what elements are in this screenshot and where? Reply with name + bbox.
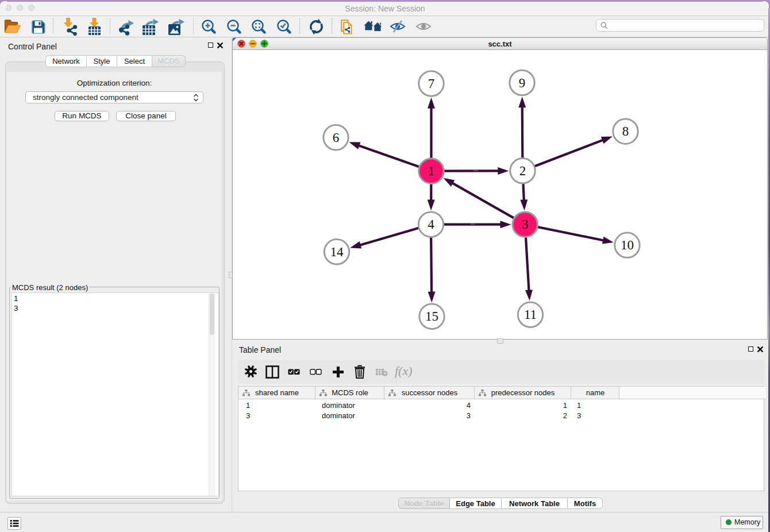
svg-text:10: 10 <box>621 238 634 252</box>
svg-text:4: 4 <box>428 217 434 232</box>
svg-text:15: 15 <box>425 309 438 323</box>
svg-text:14: 14 <box>330 245 344 259</box>
svg-text:1: 1 <box>428 164 435 178</box>
svg-text:11: 11 <box>524 307 537 322</box>
svg-text:6: 6 <box>333 130 340 145</box>
svg-text:3: 3 <box>522 217 529 232</box>
svg-text:8: 8 <box>622 124 629 138</box>
svg-text:2: 2 <box>519 164 526 178</box>
svg-text:9: 9 <box>519 76 526 90</box>
svg-text:7: 7 <box>428 76 435 91</box>
